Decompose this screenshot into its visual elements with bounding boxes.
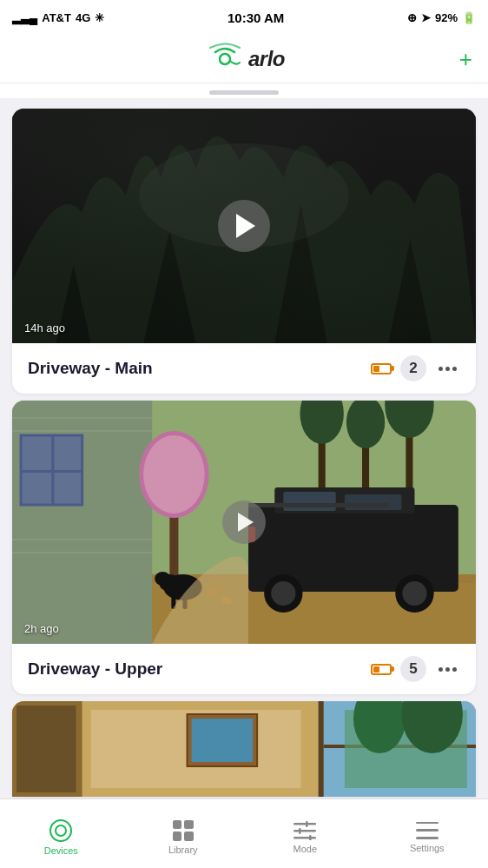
dot-3 — [452, 367, 457, 371]
location-icon: ⊕ — [407, 11, 417, 24]
svg-point-0 — [220, 54, 230, 64]
dot-2 — [445, 367, 450, 371]
card-actions-1: 2 — [371, 355, 460, 381]
settings-icon — [416, 822, 439, 839]
more-button-2[interactable] — [435, 664, 460, 675]
svg-rect-57 — [293, 830, 316, 832]
status-left: ▂▃▄ AT&T 4G ✳ — [12, 11, 104, 24]
event-count-1[interactable]: 2 — [400, 355, 426, 381]
camera-name-1: Driveway - Main — [28, 359, 153, 378]
card-info-2: Driveway - Upper 5 — [12, 644, 476, 694]
camera-card-2: 2h ago Driveway - Upper 5 — [12, 401, 476, 694]
battery-icon: 🔋 — [462, 11, 476, 24]
video-container-1[interactable]: 14h ago — [12, 109, 476, 343]
app-logo: arlo — [203, 42, 285, 76]
svg-rect-60 — [309, 835, 312, 840]
svg-rect-45 — [16, 706, 76, 792]
battery-1 — [371, 363, 392, 374]
lib-cell-1 — [173, 820, 182, 830]
signal-icon: ▂▃▄ — [12, 11, 37, 24]
timestamp-1: 14h ago — [24, 321, 65, 335]
svg-rect-54 — [192, 719, 254, 762]
svg-point-32 — [402, 581, 426, 606]
arlo-bird-icon — [203, 42, 247, 76]
svg-rect-47 — [319, 701, 324, 797]
nav-label-library: Library — [168, 845, 198, 855]
drag-handle-bar — [209, 90, 279, 95]
video-container-2[interactable]: 2h ago — [12, 401, 476, 644]
svg-rect-55 — [293, 823, 316, 825]
nav-label-mode: Mode — [293, 844, 317, 854]
card-info-1: Driveway - Main 2 — [12, 343, 476, 394]
play-button-1[interactable] — [218, 200, 270, 252]
camera-card-3 — [12, 701, 476, 797]
app-header: arlo + — [0, 35, 488, 83]
svg-rect-27 — [283, 492, 335, 511]
status-bar: ▂▃▄ AT&T 4G ✳ 10:30 AM ⊕ ➤ 92% 🔋 — [0, 0, 488, 35]
lib-cell-2 — [184, 820, 194, 830]
play-button-2[interactable] — [222, 500, 266, 544]
library-icon — [173, 820, 194, 841]
battery-body-1 — [371, 363, 392, 374]
drag-handle-area — [0, 83, 488, 98]
svg-rect-56 — [306, 821, 308, 827]
svg-rect-34 — [248, 503, 388, 507]
brightness-icon: ✳ — [95, 11, 104, 24]
battery-2 — [371, 664, 392, 675]
svg-rect-11 — [51, 435, 54, 505]
battery-fill-2 — [373, 666, 379, 673]
play-triangle-icon — [236, 214, 255, 238]
nav-item-mode[interactable]: Mode — [244, 814, 366, 854]
video-container-3[interactable] — [12, 701, 476, 797]
more-button-1[interactable] — [435, 363, 460, 374]
dot-4 — [439, 667, 443, 672]
dot-1 — [439, 367, 443, 371]
nav-item-library[interactable]: Library — [122, 813, 245, 855]
battery-body-2 — [371, 664, 392, 675]
nav-label-settings: Settings — [410, 843, 445, 853]
dot-6 — [452, 667, 457, 672]
card-actions-2: 5 — [371, 656, 460, 682]
network-type: 4G — [76, 11, 90, 24]
nav-label-devices: Devices — [44, 845, 78, 856]
gps-icon: ➤ — [421, 11, 431, 24]
devices-icon — [49, 819, 72, 842]
battery-percentage: 92% — [435, 11, 458, 24]
play-triangle-icon-2 — [238, 513, 254, 532]
video-interior-3[interactable] — [12, 701, 476, 797]
add-button[interactable]: + — [459, 48, 472, 70]
camera-name-2: Driveway - Upper — [28, 659, 162, 679]
svg-point-40 — [155, 572, 170, 586]
clock: 10:30 AM — [228, 10, 284, 25]
lib-cell-4 — [184, 832, 194, 841]
svg-rect-28 — [345, 494, 401, 510]
lib-cell-3 — [173, 832, 182, 841]
dot-5 — [445, 667, 450, 672]
event-count-2[interactable]: 5 — [400, 656, 426, 682]
nav-item-settings[interactable]: Settings — [366, 815, 489, 853]
status-right: ⊕ ➤ 92% 🔋 — [407, 11, 476, 24]
timestamp-2: 2h ago — [24, 622, 59, 635]
nav-item-devices[interactable]: Devices — [0, 812, 122, 856]
svg-point-30 — [271, 581, 295, 606]
carrier: AT&T — [42, 11, 71, 24]
mode-icon — [293, 821, 316, 840]
svg-rect-58 — [299, 828, 301, 834]
logo-text: arlo — [248, 47, 285, 71]
battery-fill-1 — [373, 366, 379, 372]
camera-card-1: 14h ago Driveway - Main 2 — [12, 109, 476, 394]
video-night-1[interactable]: 14h ago — [12, 109, 476, 343]
main-content: 14h ago Driveway - Main 2 — [0, 98, 488, 866]
video-day-2[interactable]: 2h ago — [12, 401, 476, 644]
svg-rect-59 — [293, 837, 316, 839]
bottom-nav: Devices Library Mode — [0, 798, 488, 868]
svg-point-18 — [143, 435, 205, 514]
